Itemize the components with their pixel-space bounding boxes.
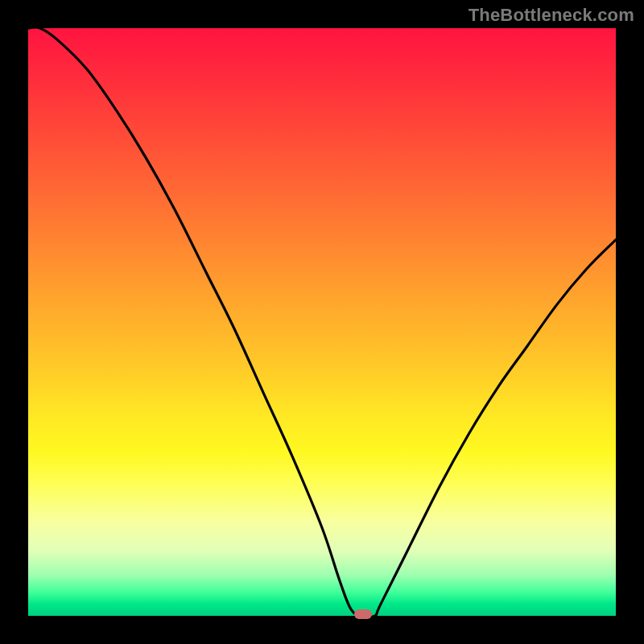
minimum-marker <box>354 609 372 619</box>
bottleneck-curve <box>28 28 616 616</box>
plot-area <box>28 28 616 616</box>
chart-frame: TheBottleneck.com <box>0 0 644 644</box>
attribution-text: TheBottleneck.com <box>469 5 634 26</box>
